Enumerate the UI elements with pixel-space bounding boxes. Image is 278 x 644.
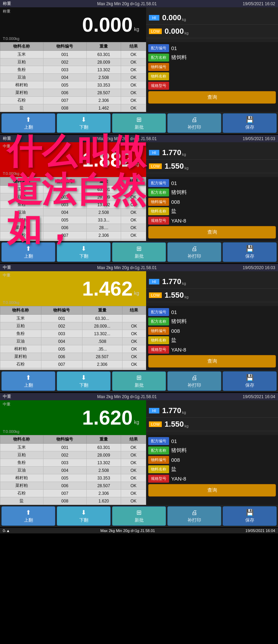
query-button-2[interactable]: 查询 (148, 226, 276, 239)
low-row-1: LOW 0.000 kg (146, 25, 278, 38)
content-left-2: 物料名称 物料编号 重量 结果 玉米00163.301OK豆粕00228.009… (0, 177, 146, 241)
btn-up-2[interactable]: ⬆ 上翻 (1, 242, 55, 262)
weight-unit-3: kg (134, 290, 139, 296)
btn-new-2[interactable]: ⊞ 新批 (112, 242, 166, 262)
low-unit-1: kg (184, 31, 189, 35)
table-row: 菜籽粕00628.507OK (0, 482, 146, 490)
info-row-recipe-no-4: 配方编号 01 (148, 437, 276, 445)
col-header-name-4: 物料名称 (0, 435, 43, 444)
table-row: 豆粕00228.009...OK (0, 322, 146, 330)
content-row-4: 物料名称 物料编号 重量 结果 玉米00163.301OK豆粕00228.009… (0, 435, 278, 505)
weight-label-3: 中重 (3, 273, 10, 278)
table-row: 鱼粉00313.302OK (0, 459, 146, 467)
btn-reprint-2[interactable]: 🖨 补打印 (167, 242, 221, 262)
low-value-1: 0.000 (165, 27, 184, 36)
weight-label-2: 中重 (3, 144, 10, 149)
btn-down-3[interactable]: ⬇ 下翻 (57, 371, 111, 391)
btn-reprint-1[interactable]: 🖨 补打印 (167, 113, 221, 133)
top-bar-1: 称重 Max 2kg Min 20g d=1g J1.58.01 19/05/2… (0, 0, 278, 7)
weight-right-2: HI 1.770 kg LOW 1.550 kg (146, 142, 278, 177)
hi-row-1: HI 0.000 kg (146, 11, 278, 25)
status-right: 19/05/2021 16:04 (245, 529, 275, 533)
top-bar-left-1: 称重 (3, 1, 11, 7)
btn-down-1[interactable]: ⬇ 下翻 (57, 113, 111, 133)
query-button-1[interactable]: 查询 (148, 91, 276, 104)
top-bar-left-3: 中重 (3, 265, 11, 271)
table-row: 玉米00163.301OK (0, 444, 146, 451)
spec-label-4: 规格型号 (148, 475, 169, 483)
info-row-material-name-1: 物料名称 (148, 72, 276, 80)
content-right-4: 配方编号 01 配方名称 猪饲料 物料编号 008 物料名称 盐 规格型号 (146, 435, 278, 505)
panel-3: 中重 Max 2kg Min 20g d=1g J1.58.01 19/05/2… (0, 264, 278, 393)
table-row: 菜籽粕00628.507OK (0, 353, 146, 361)
table-row: 鱼粉00313.302OK (0, 66, 146, 74)
hi-label-1: HI (149, 15, 159, 21)
btn-save-4[interactable]: 💾 保存 (223, 506, 277, 526)
weight-main-3: 中重 1.462 kg T:0.000kg (0, 271, 146, 306)
info-row-material-name-2: 物料名称 盐 (148, 207, 276, 215)
btn-reprint-3[interactable]: 🖨 补打印 (167, 371, 221, 391)
top-bar-3: 中重 Max 2kg Min 20g d=1g J1.58.01 19/05/2… (0, 264, 278, 271)
top-bar-4: 中重 Max 2kg Min 20g d=1g J1.58.01 19/05/2… (0, 393, 278, 400)
btn-reprint-label-2: 补打印 (188, 253, 201, 259)
up-icon-2: ⬆ (26, 245, 31, 252)
top-bar-center-1: Max 2kg Min 20g d=1g J1.58.01 (97, 1, 157, 6)
content-right-1: 配方编号 01 配方名称 猪饲料 物料编号 物料名称 规格型号 (146, 42, 278, 112)
col-header-no-3: 物料编号 (41, 306, 82, 315)
weight-main-2: 中重 1.882 kg T:0.000kg (0, 142, 146, 177)
data-table-2: 物料名称 物料编号 重量 结果 玉米00163.301OK豆粕00228.009… (0, 177, 146, 241)
weight-value-3: 1.462 (82, 279, 133, 299)
btn-save-label-2: 保存 (245, 253, 254, 259)
weight-sub-2: T:0.000kg (3, 171, 19, 176)
btn-save-label-3: 保存 (245, 382, 254, 388)
weight-unit-2: kg (134, 161, 139, 167)
query-button-3[interactable]: 查询 (148, 355, 276, 368)
btn-save-2[interactable]: 💾 保存 (223, 242, 277, 262)
top-bar-right-2: 19/05/2021 16:03 (243, 136, 275, 141)
weight-unit-1: kg (134, 26, 139, 32)
top-bar-right-1: 19/05/2021 16:02 (243, 1, 275, 6)
col-header-no-4: 物料编号 (43, 435, 86, 444)
btn-down-4[interactable]: ⬇ 下翻 (57, 506, 111, 526)
btn-new-3[interactable]: ⊞ 新批 (112, 371, 166, 391)
panel-4: 中重 Max 2kg Min 20g d=1g J1.58.01 19/05/2… (0, 393, 278, 528)
btn-reprint-4[interactable]: 🖨 补打印 (167, 506, 221, 526)
col-header-no-2: 物料编号 (43, 177, 86, 186)
material-no-label-4: 物料编号 (148, 456, 169, 464)
btn-save-3[interactable]: 💾 保存 (223, 371, 277, 391)
table-row: 玉米00163.301OK (0, 186, 146, 193)
panel-2: 称重 Max 2kg Min 20g d=1g J1.58.01 19/05/2… (0, 135, 278, 264)
btn-up-3[interactable]: ⬆ 上翻 (1, 371, 55, 391)
btn-down-2[interactable]: ⬇ 下翻 (57, 242, 111, 262)
material-name-value-2: 盐 (171, 208, 176, 215)
btn-new-label-3: 新批 (135, 382, 144, 388)
col-header-result-2: 结果 (121, 177, 146, 186)
btn-new-label-4: 新批 (135, 517, 144, 523)
btn-save-1[interactable]: 💾 保存 (223, 113, 277, 133)
spec-label-3: 规格型号 (148, 346, 169, 354)
recipe-name-value-3: 猪饲料 (171, 318, 187, 325)
bottom-status-bar: 0-▲ Max 2kg Min 20g d=1g J1.58.01 19/05/… (0, 528, 278, 533)
content-right-2: 配方编号 01 配方名称 猪饲料 物料编号 008 物料名称 盐 规格型号 (146, 177, 278, 241)
weight-area-3: 中重 1.462 kg T:0.000kg HI 1.770 kg LOW 1.… (0, 271, 278, 306)
btn-new-label-2: 新批 (135, 253, 144, 259)
table-row: 玉米00163.301OK (0, 51, 146, 58)
info-row-recipe-name-1: 配方名称 猪饲料 (148, 54, 276, 62)
weight-main-1: 称重 0.000 kg T:0.000kg (0, 7, 146, 42)
query-button-4[interactable]: 查询 (148, 484, 276, 497)
table-row: 豆油0042.508OK (0, 467, 146, 474)
recipe-no-label-3: 配方编号 (148, 308, 169, 316)
weight-right-1: HI 0.000 kg LOW 0.000 kg (146, 7, 278, 42)
weight-value-2: 1.882 (82, 150, 133, 170)
btn-new-1[interactable]: ⊞ 新批 (112, 113, 166, 133)
top-bar-center-2: Max 2kg Min 20g d=1g J1.58.01 (97, 136, 157, 141)
btn-up-1[interactable]: ⬆ 上翻 (1, 113, 55, 133)
table-row: 棉籽粕00533.353OK (0, 81, 146, 89)
spec-label-2: 规格型号 (148, 217, 169, 225)
table-row: 豆油0042.508OK (0, 209, 146, 216)
col-header-result-1: 结果 (121, 42, 146, 51)
table-row: 豆油0042.508OK (0, 74, 146, 81)
recipe-name-value-4: 猪饲料 (171, 447, 187, 454)
btn-up-4[interactable]: ⬆ 上翻 (1, 506, 55, 526)
btn-new-4[interactable]: ⊞ 新批 (112, 506, 166, 526)
